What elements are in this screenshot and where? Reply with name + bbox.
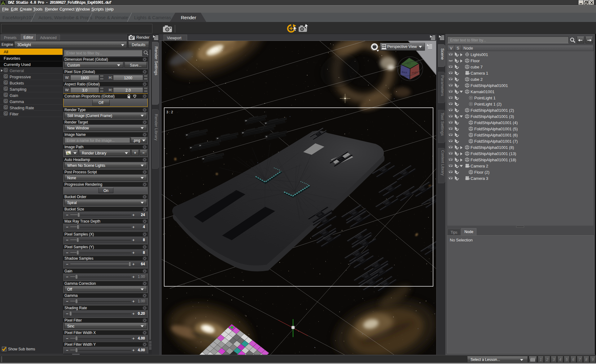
svg-text:Perspective View: Perspective View [387, 45, 417, 49]
svg-text:3 : 2: 3 : 2 [166, 110, 173, 114]
